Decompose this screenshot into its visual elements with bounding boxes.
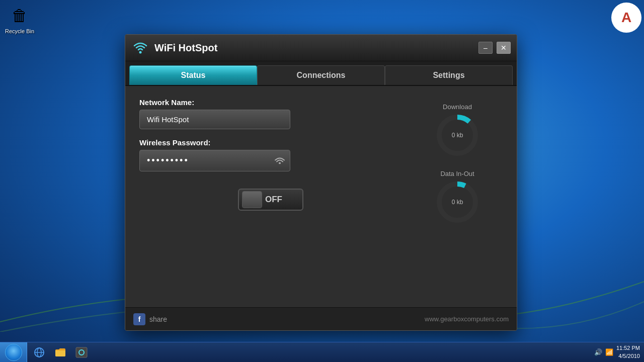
tabs-bar: Status Connections Settings (125, 61, 517, 86)
taskbar-clock: 11:52 PM 4/5/2010 (616, 344, 640, 360)
volume-icon[interactable]: 🔊 (594, 348, 602, 356)
desktop: 🗑 Recycle Bin A WiFi HotSpot – (0, 0, 644, 362)
recycle-bin[interactable]: 🗑 Recycle Bin (5, 5, 34, 34)
download-value: 0 kb (452, 132, 463, 139)
taskbar-icons (27, 342, 94, 362)
download-stat: Download 0 kb (435, 103, 480, 158)
svg-point-1 (279, 162, 281, 164)
data-inout-donut: 0 kb (435, 179, 480, 225)
toggle-row: OFF (139, 189, 402, 211)
download-donut: 0 kb (435, 113, 480, 158)
taskbar: 🔊 📶 11:52 PM 4/5/2010 (0, 342, 644, 362)
stats-section: Download 0 kb Data In-Out (412, 98, 503, 295)
close-button[interactable]: ✕ (497, 42, 511, 54)
svg-point-0 (139, 51, 142, 54)
taskbar-tray: 🔊 📶 11:52 PM 4/5/2010 (590, 342, 644, 362)
title-bar: WiFi HotSpot – ✕ (125, 35, 517, 61)
window-controls: – ✕ (478, 42, 511, 54)
password-input[interactable] (139, 150, 290, 171)
password-toggle-icon[interactable] (274, 155, 285, 166)
password-label: Wireless Password: (139, 138, 402, 147)
footer-left: f share (133, 313, 167, 325)
taskbar-app-icon[interactable] (71, 343, 92, 361)
tab-status[interactable]: Status (129, 65, 257, 85)
power-toggle[interactable]: OFF (238, 189, 303, 211)
recycle-bin-label: Recycle Bin (5, 28, 34, 34)
network-name-label: Network Name: (139, 98, 402, 107)
toggle-label: OFF (265, 195, 282, 205)
network-name-group: Network Name: (139, 98, 402, 129)
footer: f share www.gearboxcomputers.com (125, 307, 517, 330)
password-wrapper (139, 150, 290, 171)
content-area: Network Name: Wireless Password: (125, 86, 517, 307)
toggle-knob (242, 191, 262, 208)
website-url: www.gearboxcomputers.com (425, 315, 509, 323)
recycle-bin-icon: 🗑 (9, 5, 30, 26)
start-button[interactable] (0, 342, 27, 363)
share-label[interactable]: share (149, 315, 167, 323)
facebook-icon[interactable]: f (133, 313, 145, 325)
tab-connections[interactable]: Connections (257, 65, 385, 85)
tab-settings[interactable]: Settings (385, 65, 513, 85)
svg-rect-9 (76, 347, 87, 357)
data-inout-label: Data In-Out (440, 170, 474, 177)
app-window: WiFi HotSpot – ✕ Status Connections Sett… (125, 34, 517, 331)
download-label: Download (443, 103, 472, 111)
password-group: Wireless Password: (139, 138, 402, 171)
arista-letter: A (611, 3, 641, 33)
form-section: Network Name: Wireless Password: (139, 98, 402, 295)
network-icon[interactable]: 📶 (605, 348, 613, 356)
data-inout-value: 0 kb (452, 199, 463, 206)
start-orb (5, 344, 22, 361)
network-name-input[interactable] (139, 110, 290, 129)
data-inout-stat: Data In-Out 0 kb (435, 170, 480, 225)
taskbar-folder-icon[interactable] (50, 343, 70, 361)
window-title: WiFi HotSpot (154, 42, 478, 54)
wifi-icon (131, 39, 149, 57)
taskbar-ie-icon[interactable] (29, 343, 49, 361)
arista-logo: A (609, 0, 644, 35)
minimize-button[interactable]: – (478, 42, 493, 54)
